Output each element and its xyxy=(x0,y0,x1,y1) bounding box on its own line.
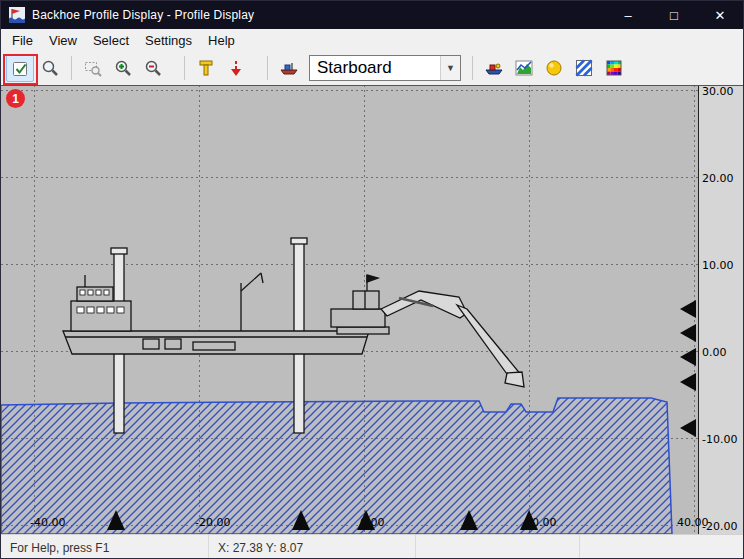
toolbar-separator xyxy=(472,56,473,80)
axis-tick-label: 20.00 xyxy=(702,172,734,185)
menu-help[interactable]: Help xyxy=(200,31,243,50)
view-side-combobox[interactable]: Starboard ▼ xyxy=(309,55,461,81)
axis-tick-label: 30.00 xyxy=(702,85,734,98)
zoom-button[interactable] xyxy=(36,54,64,82)
toolbar-separator xyxy=(267,56,268,80)
menu-select[interactable]: Select xyxy=(85,31,137,50)
axis-tick-label: 40.00 xyxy=(677,516,709,529)
window-title: Backhoe Profile Display - Profile Displa… xyxy=(32,8,254,22)
color-map-icon xyxy=(604,58,624,78)
axis-tick-label: -10.00 xyxy=(702,433,737,446)
axis-tick-label: -40.00 xyxy=(30,516,65,529)
menubar: File View Select Settings Help xyxy=(1,29,743,51)
maximize-button[interactable]: □ xyxy=(651,1,697,29)
app-icon xyxy=(9,7,25,23)
minimize-button[interactable]: – xyxy=(605,1,651,29)
zoom-out-button[interactable] xyxy=(139,54,167,82)
profile-plot-canvas[interactable]: 30.00 20.00 10.00 0.00 -10.00 -20.00 -40… xyxy=(1,85,744,534)
depth-chart-icon xyxy=(514,58,534,78)
menu-settings[interactable]: Settings xyxy=(137,31,200,50)
status-section-empty xyxy=(579,535,744,559)
app-window: Backhoe Profile Display - Profile Displa… xyxy=(0,0,744,559)
axis-tick-label: 10.00 xyxy=(702,259,734,272)
profile-vessel-button[interactable] xyxy=(275,54,303,82)
buoy-icon xyxy=(544,58,564,78)
spud-tool-icon xyxy=(196,58,216,78)
titlebar: Backhoe Profile Display - Profile Displa… xyxy=(1,1,743,29)
zoom-in-button[interactable] xyxy=(109,54,137,82)
spud-tool-button[interactable] xyxy=(192,54,220,82)
depth-chart-button[interactable] xyxy=(510,54,538,82)
tide-arrow-button[interactable] xyxy=(222,54,250,82)
toolbar: Starboard ▼ xyxy=(1,51,743,85)
select-mode-button[interactable] xyxy=(6,54,34,82)
close-button[interactable]: ✕ xyxy=(697,1,743,29)
zoom-out-icon xyxy=(143,58,163,78)
zoom-window-icon xyxy=(83,58,103,78)
zoom-in-icon xyxy=(113,58,133,78)
buoy-button[interactable] xyxy=(540,54,568,82)
slope-pattern-icon xyxy=(574,58,594,78)
zoom-window-button[interactable] xyxy=(79,54,107,82)
menu-file[interactable]: File xyxy=(4,31,41,50)
seabed-profile xyxy=(1,398,672,534)
color-map-button[interactable] xyxy=(600,54,628,82)
vessel-config-icon xyxy=(484,58,504,78)
combobox-value: Starboard xyxy=(310,56,440,80)
zoom-icon xyxy=(40,58,60,78)
toolbar-separator xyxy=(71,56,72,80)
select-check-icon xyxy=(10,58,30,78)
toolbar-separator xyxy=(184,56,185,80)
status-cursor-coordinates: X: 27.38 Y: 8.07 xyxy=(208,535,415,559)
statusbar: For Help, press F1 X: 27.38 Y: 8.07 xyxy=(1,534,744,559)
status-section-empty xyxy=(415,535,579,559)
y-axis-strip xyxy=(698,85,744,534)
axis-tick-label: -20.00 xyxy=(195,516,230,529)
status-help-text: For Help, press F1 xyxy=(1,535,208,559)
vessel-config-button[interactable] xyxy=(480,54,508,82)
menu-view[interactable]: View xyxy=(41,31,85,50)
profile-vessel-icon xyxy=(279,58,299,78)
axis-tick-label: 0.00 xyxy=(702,346,727,359)
window-controls: – □ ✕ xyxy=(605,1,743,29)
chevron-down-icon[interactable]: ▼ xyxy=(440,56,460,80)
tide-arrow-icon xyxy=(226,58,246,78)
deckhouse xyxy=(71,301,131,331)
slope-pattern-button[interactable] xyxy=(570,54,598,82)
